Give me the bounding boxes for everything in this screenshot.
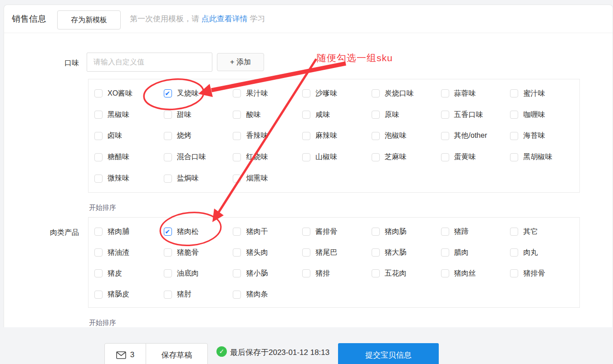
- meat-option[interactable]: 猪皮: [94, 269, 164, 278]
- checkbox-icon[interactable]: [302, 153, 310, 161]
- checkbox-icon[interactable]: [372, 269, 380, 277]
- flavor-option[interactable]: XO酱味: [94, 89, 164, 98]
- messages-button[interactable]: 3: [104, 343, 146, 364]
- flavor-option[interactable]: 海苔味: [510, 131, 579, 141]
- checkbox-icon[interactable]: [164, 111, 172, 119]
- checkbox-icon[interactable]: [510, 228, 518, 236]
- meat-option[interactable]: 猪小肠: [233, 269, 302, 278]
- meat-option[interactable]: 猪蹄: [441, 227, 510, 237]
- checkbox-icon[interactable]: [302, 89, 310, 97]
- checkbox-icon[interactable]: [164, 248, 172, 257]
- meat-option[interactable]: 猪大肠: [372, 248, 441, 257]
- checkbox-icon[interactable]: [302, 132, 310, 140]
- checkbox-icon[interactable]: [94, 248, 103, 257]
- checkbox-checked-icon[interactable]: [164, 228, 172, 236]
- checkbox-icon[interactable]: [233, 269, 241, 277]
- submit-product-button[interactable]: 提交宝贝信息: [338, 343, 439, 364]
- checkbox-icon[interactable]: [164, 153, 172, 161]
- meat-option[interactable]: 猪油渣: [94, 248, 164, 257]
- flavor-sort-hint[interactable]: 开始排序: [89, 204, 116, 212]
- checkbox-icon[interactable]: [94, 153, 103, 161]
- checkbox-icon[interactable]: [233, 111, 241, 119]
- checkbox-icon[interactable]: [164, 132, 172, 140]
- flavor-option[interactable]: 烧烤: [164, 131, 233, 141]
- checkbox-icon[interactable]: [372, 89, 380, 97]
- flavor-option[interactable]: 叉烧味: [164, 89, 233, 98]
- flavor-option[interactable]: 糖醋味: [94, 152, 164, 162]
- flavor-option[interactable]: 混合口味: [164, 152, 233, 162]
- checkbox-icon[interactable]: [94, 291, 103, 299]
- flavor-option[interactable]: 山椒味: [302, 152, 372, 162]
- checkbox-icon[interactable]: [372, 228, 380, 236]
- flavor-option[interactable]: 甜味: [164, 110, 233, 120]
- flavor-option[interactable]: 黑椒味: [94, 110, 164, 120]
- flavor-option[interactable]: 其他/other: [441, 131, 510, 141]
- flavor-option[interactable]: 麻辣味: [302, 131, 372, 141]
- flavor-option[interactable]: 烟熏味: [233, 174, 302, 183]
- checkbox-icon[interactable]: [441, 248, 449, 257]
- flavor-option[interactable]: 蜜汁味: [510, 89, 579, 98]
- checkbox-icon[interactable]: [441, 89, 449, 97]
- checkbox-icon[interactable]: [441, 228, 449, 236]
- flavor-option[interactable]: 蒜蓉味: [441, 89, 510, 98]
- flavor-option[interactable]: 原味: [372, 110, 441, 120]
- flavor-option[interactable]: 红烧味: [233, 152, 302, 162]
- meat-option[interactable]: 猪肉脯: [94, 227, 164, 237]
- meat-option[interactable]: 酱排骨: [302, 227, 372, 237]
- checkbox-icon[interactable]: [233, 132, 241, 140]
- flavor-option[interactable]: 咸味: [302, 110, 372, 120]
- checkbox-icon[interactable]: [94, 132, 103, 140]
- checkbox-icon[interactable]: [94, 175, 103, 183]
- meat-option[interactable]: 猪脆骨: [164, 248, 233, 257]
- checkbox-icon[interactable]: [302, 228, 310, 236]
- save-draft-button[interactable]: 保存草稿: [146, 343, 208, 364]
- checkbox-icon[interactable]: [510, 153, 518, 161]
- checkbox-icon[interactable]: [302, 111, 310, 119]
- flavor-option[interactable]: 蛋黄味: [441, 152, 510, 162]
- checkbox-icon[interactable]: [372, 248, 380, 257]
- meat-option[interactable]: 猪肉丝: [441, 269, 510, 278]
- checkbox-icon[interactable]: [233, 89, 241, 97]
- flavor-option[interactable]: 盐焗味: [164, 174, 233, 183]
- flavor-option[interactable]: 微辣味: [94, 174, 164, 183]
- checkbox-checked-icon[interactable]: [164, 89, 172, 97]
- save-template-button[interactable]: 存为新模板: [57, 10, 121, 29]
- checkbox-icon[interactable]: [94, 228, 103, 236]
- meat-option[interactable]: 猪肘: [164, 290, 233, 299]
- meat-option[interactable]: 油底肉: [164, 269, 233, 278]
- checkbox-icon[interactable]: [441, 153, 449, 161]
- flavor-option[interactable]: 果汁味: [233, 89, 302, 98]
- meat-option[interactable]: 猪肉肠: [372, 227, 441, 237]
- checkbox-icon[interactable]: [372, 153, 380, 161]
- checkbox-icon[interactable]: [233, 248, 241, 257]
- flavor-option[interactable]: 泡椒味: [372, 131, 441, 141]
- checkbox-icon[interactable]: [164, 175, 172, 183]
- flavor-option[interactable]: 黑胡椒味: [510, 152, 579, 162]
- checkbox-icon[interactable]: [441, 111, 449, 119]
- flavor-option[interactable]: 炭烧口味: [372, 89, 441, 98]
- flavor-option[interactable]: 五香口味: [441, 110, 510, 120]
- checkbox-icon[interactable]: [233, 153, 241, 161]
- checkbox-icon[interactable]: [510, 132, 518, 140]
- flavor-option[interactable]: 卤味: [94, 131, 164, 141]
- checkbox-icon[interactable]: [302, 248, 310, 257]
- checkbox-icon[interactable]: [372, 132, 380, 140]
- checkbox-icon[interactable]: [94, 89, 103, 97]
- checkbox-icon[interactable]: [233, 175, 241, 183]
- checkbox-icon[interactable]: [164, 291, 172, 299]
- flavor-option[interactable]: 咖喱味: [510, 110, 579, 120]
- flavor-option[interactable]: 沙嗲味: [302, 89, 372, 98]
- meat-option[interactable]: 肉丸: [510, 248, 579, 257]
- meat-option[interactable]: 五花肉: [372, 269, 441, 278]
- flavor-option[interactable]: 酸味: [233, 110, 302, 120]
- checkbox-icon[interactable]: [510, 89, 518, 97]
- checkbox-icon[interactable]: [94, 111, 103, 119]
- checkbox-icon[interactable]: [372, 111, 380, 119]
- checkbox-icon[interactable]: [510, 111, 518, 119]
- checkbox-icon[interactable]: [94, 269, 103, 277]
- meat-option[interactable]: 猪肉松: [164, 227, 233, 237]
- meat-option[interactable]: 猪尾巴: [302, 248, 372, 257]
- meat-option[interactable]: 猪肠皮: [94, 290, 164, 299]
- meat-option[interactable]: 猪头肉: [233, 248, 302, 257]
- checkbox-icon[interactable]: [233, 228, 241, 236]
